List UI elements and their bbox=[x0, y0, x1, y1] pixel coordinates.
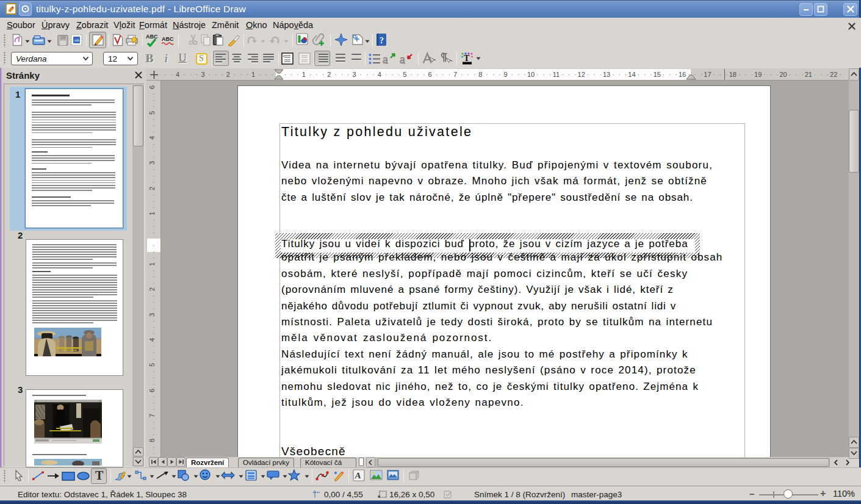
svg-text:a: a bbox=[383, 52, 388, 65]
svg-text:?: ? bbox=[380, 36, 384, 45]
svg-text:T: T bbox=[464, 54, 470, 63]
svg-text:ABC: ABC bbox=[146, 34, 158, 40]
svg-text:a: a bbox=[400, 52, 405, 65]
svg-text:ABC: ABC bbox=[162, 36, 174, 42]
